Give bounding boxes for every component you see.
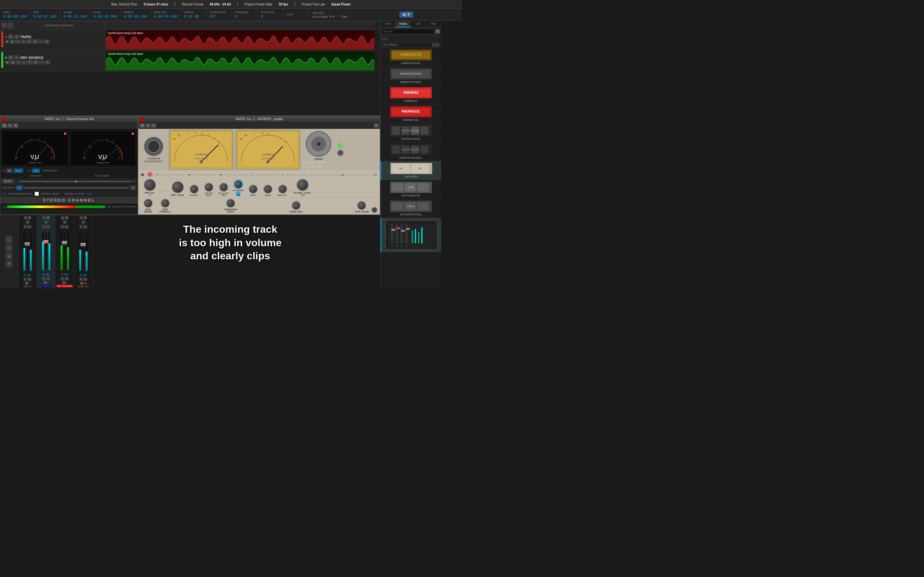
tapebrand-knob[interactable] <box>144 199 153 208</box>
mixer-scroll-up-btn[interactable]: ▲ <box>6 253 12 259</box>
playbklevel-knob[interactable] <box>296 179 309 191</box>
list-item[interactable]: N4OSAKAEQ2 N4OSAKAEQ2 <box>381 123 441 142</box>
exprec-knob[interactable] <box>190 185 199 193</box>
reclevel-knob[interactable] <box>172 181 184 193</box>
ch2-send-knob[interactable] <box>44 220 48 224</box>
vu-out-btn[interactable]: OUT <box>14 169 23 173</box>
noisered-knob[interactable] <box>292 201 300 210</box>
operatingmode-knob[interactable] <box>226 199 235 208</box>
ch4-w-btn[interactable]: W <box>83 225 87 229</box>
taipei-settings-btn[interactable]: ⚙ <box>374 123 379 127</box>
track-content-drysource[interactable]: Synth-bass-loop-122-bpm <box>106 51 380 71</box>
ch3-w-btn[interactable]: W <box>65 225 69 229</box>
plugin-write-btn[interactable]: W <box>13 123 18 127</box>
track-cycle-btn-2[interactable]: ↺ <box>16 61 21 64</box>
ch3-fader[interactable] <box>63 232 66 270</box>
ch2-w-btn[interactable]: W <box>46 225 50 229</box>
clrspeed-knob[interactable] <box>234 180 243 189</box>
taipei-power-knob[interactable] <box>337 150 344 156</box>
mixer-expand-btn[interactable]: ↔ <box>6 237 12 243</box>
ch1-io-knob[interactable] <box>25 282 28 285</box>
ch2-fader[interactable] <box>45 232 47 270</box>
vst-search-input[interactable] <box>382 29 434 34</box>
track-link-btn[interactable]: ⬡ <box>21 40 26 44</box>
track-dots-btn-2[interactable]: ··· <box>39 61 45 64</box>
lows-knob[interactable] <box>249 185 258 193</box>
vnthisatchr-knob[interactable] <box>219 183 228 192</box>
tab-met[interactable]: Met <box>426 21 441 27</box>
biascal-knob[interactable] <box>278 185 287 193</box>
ch3-m-btn[interactable]: M <box>61 216 65 219</box>
ch1-w-btn[interactable]: W <box>27 225 31 229</box>
list-item[interactable]: LITE ZL N4TAIPEILITE2L <box>381 199 441 218</box>
tab-media[interactable]: Media <box>396 21 411 27</box>
mute-button[interactable]: MUTE <box>2 179 13 183</box>
taipei-power-btn[interactable]: ⏻ <box>140 123 145 127</box>
taipei-power-led[interactable] <box>338 143 342 147</box>
track-w-btn[interactable]: W <box>32 39 38 44</box>
track-link-btn-2[interactable]: ⬡ <box>21 61 27 64</box>
track-w-btn-2[interactable]: W <box>33 60 39 64</box>
polarity-m-btn[interactable]: M <box>16 185 23 190</box>
track-r-btn[interactable]: R <box>27 39 32 44</box>
ch4-m-btn[interactable]: M <box>79 216 83 219</box>
chprecqual-knob[interactable] <box>204 183 213 192</box>
ch3-r2-btn[interactable]: R <box>61 277 64 280</box>
stereo-channel-close-btn[interactable] <box>2 117 6 121</box>
track-m-btn[interactable]: M <box>8 35 13 39</box>
ch1-w2-btn[interactable]: W <box>27 277 32 281</box>
list-item[interactable]: LITE N4TAIPEILITE <box>381 180 441 199</box>
plugin-power-btn[interactable]: ⏻ <box>2 123 7 127</box>
track-stop-btn[interactable]: ■ <box>5 40 9 43</box>
presat-knob[interactable] <box>144 179 156 191</box>
list-item-preview[interactable]: Ste TAI DRY Out <box>381 218 441 252</box>
taipei-bypass-btn[interactable] <box>372 207 377 213</box>
list-item[interactable]: VU VU N4TAIPEI <box>381 161 441 180</box>
ch2-r-btn[interactable]: R <box>42 225 45 229</box>
list-item[interactable]: N4ENNA2 N4ENNA2 <box>381 85 441 105</box>
tab-cr[interactable]: CR <box>411 21 426 27</box>
plugin-read-btn[interactable]: R <box>8 123 12 127</box>
list-item[interactable]: N4OSAKAEQ2ZL N4OSAKAEQ2ZL <box>381 142 441 161</box>
vu-in-btn[interactable]: IN <box>6 169 13 173</box>
ch4-r-btn[interactable]: R <box>79 225 83 229</box>
track-s-btn-2[interactable]: S <box>15 55 19 60</box>
track-prev-btn-2[interactable]: ◀ <box>10 61 15 64</box>
mixer-arrow-btn[interactable]: › <box>6 245 12 251</box>
vu-ms-btn[interactable]: MS <box>32 169 40 173</box>
taipei-read-btn[interactable]: R <box>145 123 150 127</box>
taipei-close-btn[interactable] <box>140 117 144 121</box>
highs-knob[interactable] <box>263 185 272 193</box>
mixer-scroll-down-btn[interactable]: ▼ <box>6 261 12 267</box>
rec-led[interactable] <box>148 172 152 176</box>
vst-section-settings-btn[interactable] <box>436 43 439 47</box>
ch3-r-btn[interactable]: R <box>61 225 64 229</box>
ch2-io-knob[interactable] <box>44 281 47 284</box>
track-prev-btn[interactable]: ◀ <box>10 40 15 44</box>
ch1-fader[interactable] <box>26 232 29 271</box>
add-track-button[interactable]: + <box>2 23 7 28</box>
ch1-r-btn[interactable]: R <box>23 225 27 229</box>
track-cycle-btn[interactable]: ↺ <box>15 40 20 44</box>
forward-icon[interactable]: › <box>384 37 385 41</box>
polarity-slider[interactable] <box>23 187 129 189</box>
ch2-m-btn[interactable]: M <box>42 216 46 219</box>
ch3-io-knob[interactable] <box>62 281 65 284</box>
ch4-io-knob[interactable] <box>80 282 83 285</box>
track-content-taipei[interactable]: Synth-bass-loop-122-bpm // Generated inl… <box>106 30 380 50</box>
balance-slider[interactable] <box>19 181 132 182</box>
track-dots-btn[interactable]: ··· <box>39 40 44 43</box>
ch2-r2-btn[interactable]: R <box>42 277 45 280</box>
list-item[interactable]: N4BRIGHTON N4BRIGHTON <box>381 48 441 67</box>
track-grid-btn[interactable]: ⊞ <box>44 40 49 44</box>
ch1-r2-btn[interactable]: R <box>23 277 27 281</box>
home-icon[interactable]: ⌂ <box>386 37 388 41</box>
ch3-w2-btn[interactable]: W <box>65 277 69 280</box>
stereo-swap-checkbox[interactable] <box>35 192 39 196</box>
tab-vsti[interactable]: VSTi <box>381 21 396 27</box>
ch4-r2-btn[interactable]: R <box>79 277 83 281</box>
ch2-w2-btn[interactable]: W <box>46 277 50 280</box>
tapeformula-knob[interactable] <box>161 199 170 208</box>
track-s-btn[interactable]: S <box>15 35 19 39</box>
ch3-send-knob[interactable] <box>63 220 67 224</box>
